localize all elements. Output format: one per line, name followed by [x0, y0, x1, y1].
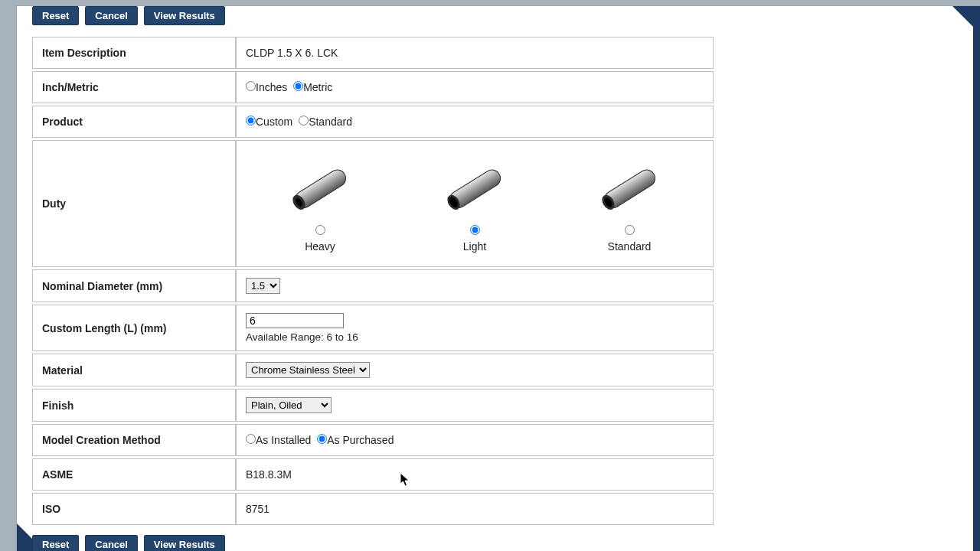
radio-as-purchased-label: As Purchased [327, 434, 394, 446]
value-asme: B18.8.3M [236, 458, 714, 491]
radio-inches[interactable] [246, 81, 256, 91]
select-finish[interactable]: Plain, Oiled [246, 397, 332, 413]
cancel-button-top[interactable]: Cancel [85, 6, 138, 25]
view-results-button-bottom[interactable]: View Results [144, 535, 225, 551]
radio-duty-standard[interactable] [625, 225, 635, 235]
duty-option-light[interactable]: Light [428, 155, 521, 253]
duty-heavy-label: Heavy [273, 240, 367, 253]
select-diameter[interactable]: 1.5 [246, 278, 280, 294]
top-button-bar: Reset Cancel View Results [32, 6, 746, 25]
radio-duty-heavy[interactable] [315, 225, 325, 235]
right-stripe [973, 6, 980, 551]
radio-inches-label: Inches [256, 81, 287, 93]
label-length: Custom Length (L) (mm) [32, 305, 236, 351]
duty-option-heavy[interactable]: Heavy [273, 155, 367, 253]
value-item-description: CLDP 1.5 X 6. LCK [236, 37, 714, 69]
form-table: Item Description CLDP 1.5 X 6. LCK Inch/… [32, 34, 714, 527]
pin-standard-icon [587, 158, 671, 219]
radio-custom-label: Custom [256, 116, 292, 128]
pin-light-icon [433, 158, 517, 219]
radio-standard-label: Standard [309, 116, 352, 128]
label-item-description: Item Description [32, 37, 236, 69]
reset-button-bottom[interactable]: Reset [32, 535, 79, 551]
input-length[interactable] [246, 313, 344, 328]
radio-as-purchased[interactable] [317, 434, 327, 444]
pin-heavy-icon [278, 158, 362, 219]
radio-custom[interactable] [246, 116, 256, 126]
radio-as-installed[interactable] [246, 434, 256, 444]
radio-metric-label: Metric [303, 81, 332, 93]
label-product: Product [32, 106, 236, 138]
corner-top-right [952, 6, 980, 34]
label-material: Material [32, 354, 236, 386]
label-method: Model Creation Method [32, 424, 236, 456]
radio-as-installed-label: As Installed [256, 434, 311, 446]
duty-light-label: Light [428, 240, 521, 253]
duty-standard-label: Standard [583, 240, 676, 253]
radio-standard[interactable] [299, 116, 309, 126]
bottom-button-bar: Reset Cancel View Results [32, 535, 746, 551]
reset-button-top[interactable]: Reset [32, 6, 79, 25]
view-results-button-top[interactable]: View Results [144, 6, 225, 25]
label-iso: ISO [32, 493, 236, 525]
label-asme: ASME [32, 458, 236, 491]
duty-option-standard[interactable]: Standard [583, 155, 676, 253]
select-material[interactable]: Chrome Stainless Steel [246, 362, 370, 378]
cancel-button-bottom[interactable]: Cancel [85, 535, 138, 551]
label-diameter: Nominal Diameter (mm) [32, 269, 236, 302]
label-finish: Finish [32, 389, 236, 422]
radio-duty-light[interactable] [470, 225, 480, 235]
radio-metric[interactable] [293, 81, 303, 91]
length-hint: Available Range: 6 to 16 [246, 331, 704, 343]
label-inch-metric: Inch/Metric [32, 71, 236, 103]
value-iso: 8751 [236, 493, 714, 525]
label-duty: Duty [32, 140, 236, 267]
